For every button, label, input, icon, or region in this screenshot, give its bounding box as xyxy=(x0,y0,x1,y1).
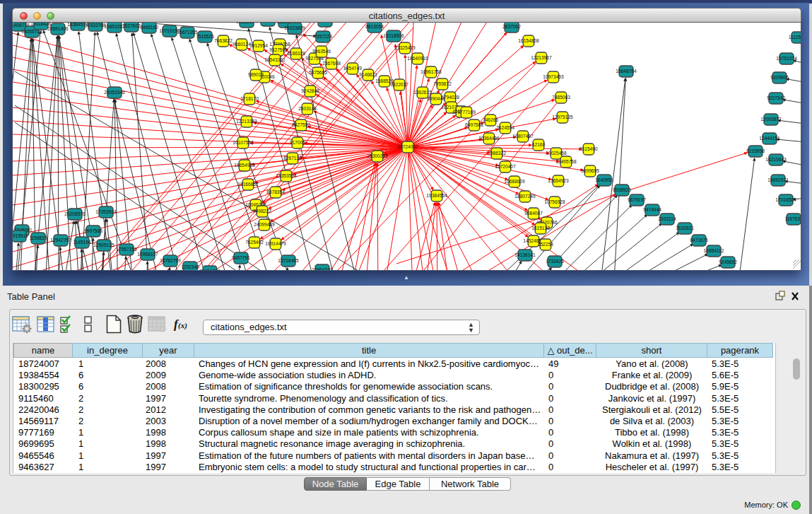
svg-text:10333768: 10333768 xyxy=(85,23,106,28)
svg-text:13325419: 13325419 xyxy=(394,45,416,50)
svg-text:8267130: 8267130 xyxy=(283,156,302,160)
svg-text:1527602: 1527602 xyxy=(122,23,141,28)
svg-text:7485063: 7485063 xyxy=(552,95,570,100)
svg-text:9997588: 9997588 xyxy=(84,228,102,233)
svg-text:12213383: 12213383 xyxy=(236,119,257,124)
svg-text:2803144: 2803144 xyxy=(298,106,317,111)
svg-text:9242848: 9242848 xyxy=(301,88,319,93)
svg-text:12975135: 12975135 xyxy=(552,115,573,119)
svg-text:917006: 917006 xyxy=(290,140,305,145)
svg-text:1362615: 1362615 xyxy=(413,90,432,95)
svg-text:3912954: 3912954 xyxy=(249,43,268,48)
svg-text:8215958: 8215958 xyxy=(746,148,765,153)
svg-text:9322037: 9322037 xyxy=(390,82,408,87)
svg-text:9699695: 9699695 xyxy=(581,168,599,173)
svg-text:16543362: 16543362 xyxy=(264,57,286,62)
svg-text:6794028: 6794028 xyxy=(441,95,459,100)
svg-text:10756928: 10756928 xyxy=(544,199,565,204)
svg-text:8878354: 8878354 xyxy=(266,189,285,194)
svg-text:10025458: 10025458 xyxy=(546,151,567,156)
svg-text:20691406: 20691406 xyxy=(47,26,69,31)
svg-text:1292346: 1292346 xyxy=(181,264,199,269)
svg-text:28053346: 28053346 xyxy=(104,90,125,95)
svg-text:989013: 989013 xyxy=(248,72,264,77)
svg-text:12942757: 12942757 xyxy=(50,238,71,243)
svg-text:10654112: 10654112 xyxy=(704,248,724,253)
svg-text:19654985: 19654985 xyxy=(234,163,255,168)
svg-text:2367608: 2367608 xyxy=(322,61,341,66)
svg-text:9660124: 9660124 xyxy=(233,42,251,47)
svg-text:1833054: 1833054 xyxy=(316,23,334,23)
svg-text:3624554: 3624554 xyxy=(496,125,514,130)
svg-text:15353594: 15353594 xyxy=(276,173,297,178)
svg-text:2718170: 2718170 xyxy=(240,96,259,101)
svg-text:17957255: 17957255 xyxy=(116,247,137,252)
svg-text:18807249: 18807249 xyxy=(514,194,536,199)
svg-text:20364436: 20364436 xyxy=(478,136,500,141)
svg-text:10107553: 10107553 xyxy=(233,140,254,145)
svg-text:9963546: 9963546 xyxy=(312,49,331,54)
svg-text:3915911: 3915911 xyxy=(13,233,28,238)
svg-text:7632621: 7632621 xyxy=(676,226,694,230)
svg-text:1733426: 1733426 xyxy=(546,259,564,264)
svg-text:5875685: 5875685 xyxy=(309,70,327,75)
svg-text:17353924: 17353924 xyxy=(95,209,117,214)
svg-text:15720407: 15720407 xyxy=(495,164,516,169)
svg-text:7955812: 7955812 xyxy=(433,81,452,86)
svg-text:8813054: 8813054 xyxy=(365,24,384,29)
svg-text:8186328: 8186328 xyxy=(287,51,305,56)
svg-text:20634256: 20634256 xyxy=(199,269,220,271)
svg-text:9327509: 9327509 xyxy=(269,47,288,52)
svg-text:6466160: 6466160 xyxy=(140,25,158,30)
svg-text:10973493: 10973493 xyxy=(543,74,564,79)
svg-text:7357224: 7357224 xyxy=(314,34,332,39)
svg-text:9115460: 9115460 xyxy=(579,146,598,151)
svg-text:2837062: 2837062 xyxy=(502,24,521,29)
svg-text:10958107: 10958107 xyxy=(137,252,158,257)
svg-text:18640910: 18640910 xyxy=(407,56,428,61)
svg-text:1640951: 1640951 xyxy=(595,177,613,182)
svg-text:(x): (x) xyxy=(178,321,187,330)
svg-text:12213967: 12213967 xyxy=(531,55,552,60)
svg-text:16964243: 16964243 xyxy=(312,267,333,271)
svg-text:19384554: 19384554 xyxy=(426,193,447,198)
svg-text:8427552: 8427552 xyxy=(292,122,310,127)
svg-text:16538294: 16538294 xyxy=(236,23,257,24)
svg-text:8454749: 8454749 xyxy=(343,66,362,71)
svg-text:9474444: 9474444 xyxy=(643,207,661,212)
svg-text:19218506: 19218506 xyxy=(383,33,404,38)
svg-text:19166852: 19166852 xyxy=(237,182,259,187)
svg-text:2933114: 2933114 xyxy=(658,216,676,221)
svg-text:9457791: 9457791 xyxy=(232,255,250,260)
svg-text:1145194: 1145194 xyxy=(73,240,91,245)
svg-text:16961758: 16961758 xyxy=(420,69,442,74)
svg-text:12093872: 12093872 xyxy=(760,117,782,122)
svg-text:8471676: 8471676 xyxy=(690,238,708,243)
svg-text:9777169: 9777169 xyxy=(457,110,476,115)
svg-text:9227342: 9227342 xyxy=(767,95,785,100)
svg-text:13716465: 13716465 xyxy=(278,258,299,263)
svg-text:16671355: 16671355 xyxy=(177,30,198,35)
svg-text:18724007: 18724007 xyxy=(397,144,418,149)
svg-text:14136141: 14136141 xyxy=(514,252,536,257)
svg-text:6879197: 6879197 xyxy=(628,197,646,202)
svg-text:16033809: 16033809 xyxy=(284,25,305,30)
svg-text:252254: 252254 xyxy=(538,242,553,247)
svg-text:11125243: 11125243 xyxy=(789,35,801,40)
svg-text:16154808: 16154808 xyxy=(518,38,539,43)
svg-text:15751074: 15751074 xyxy=(776,56,797,61)
svg-text:16648784: 16648784 xyxy=(616,69,637,74)
svg-text:7986322: 7986322 xyxy=(488,151,506,156)
svg-text:12444151: 12444151 xyxy=(759,136,780,141)
svg-text:8938923: 8938923 xyxy=(613,187,631,192)
svg-text:16210643: 16210643 xyxy=(765,157,787,162)
svg-text:7515526: 7515526 xyxy=(196,34,214,39)
svg-text:20206576: 20206576 xyxy=(64,211,86,216)
svg-text:13654923: 13654923 xyxy=(548,178,569,183)
svg-text:24099489: 24099489 xyxy=(254,222,275,227)
svg-text:18495758: 18495758 xyxy=(555,159,577,164)
svg-text:9329906: 9329906 xyxy=(770,75,789,80)
svg-text:6497568: 6497568 xyxy=(465,122,483,127)
svg-text:16782759: 16782759 xyxy=(160,258,181,263)
svg-text:1615132: 1615132 xyxy=(531,226,550,230)
